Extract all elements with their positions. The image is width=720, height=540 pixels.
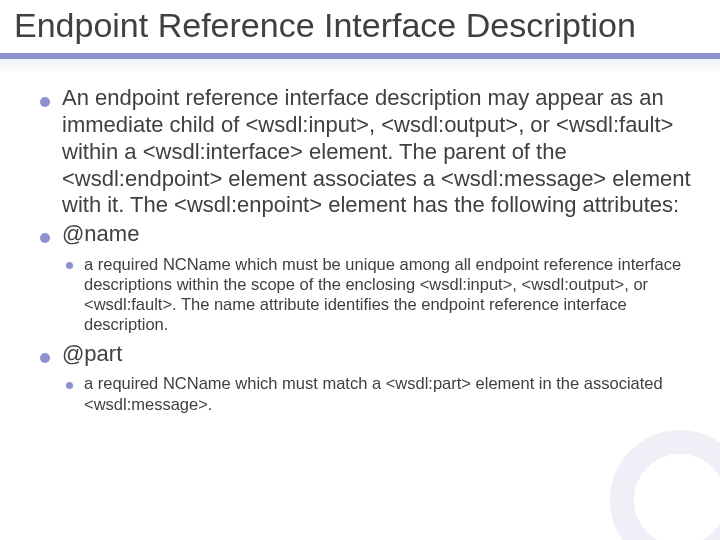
corner-circle-icon — [610, 430, 720, 540]
sub-part-desc: a required NCName which must match a <ws… — [62, 373, 694, 413]
slide-title: Endpoint Reference Interface Description — [14, 6, 706, 45]
bullet-name: @name a required NCName which must be un… — [40, 221, 694, 334]
bullet-list: An endpoint reference interface descript… — [40, 85, 694, 414]
bullet-intro: An endpoint reference interface descript… — [40, 85, 694, 219]
bullet-name-label: @name — [62, 221, 139, 246]
sub-list-name: a required NCName which must be unique a… — [62, 254, 694, 335]
slide-header: Endpoint Reference Interface Description — [0, 0, 720, 59]
bullet-part: @part a required NCName which must match… — [40, 341, 694, 414]
sub-name-desc: a required NCName which must be unique a… — [62, 254, 694, 335]
header-shadow — [0, 59, 720, 73]
slide-body: An endpoint reference interface descript… — [0, 59, 720, 430]
sub-list-part: a required NCName which must match a <ws… — [62, 373, 694, 413]
bullet-part-label: @part — [62, 341, 122, 366]
